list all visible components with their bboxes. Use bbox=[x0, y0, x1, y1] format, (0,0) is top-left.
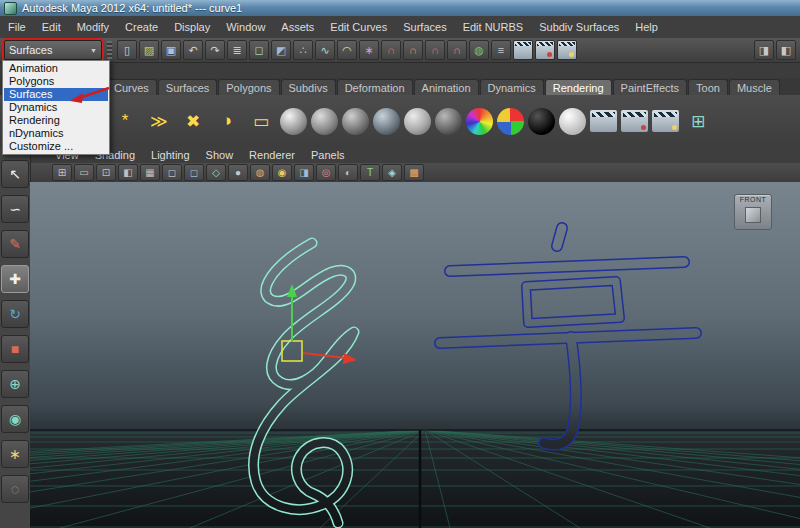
plugin-shelf-icon[interactable]: T bbox=[360, 164, 380, 181]
soft-mod-tool[interactable]: ◉ bbox=[1, 405, 29, 433]
menu-item[interactable]: Surfaces bbox=[395, 16, 454, 38]
phong-material-icon[interactable] bbox=[342, 108, 369, 135]
show-tool-settings-icon[interactable]: ◧ bbox=[776, 40, 796, 60]
area-light-icon[interactable]: ▭ bbox=[246, 106, 276, 136]
safe-title-icon[interactable]: ◻ bbox=[184, 164, 204, 181]
menu-item[interactable]: Edit Curves bbox=[322, 16, 395, 38]
view-axis-gizmo[interactable]: FRONT bbox=[734, 194, 772, 230]
shelf-tab[interactable]: Polygons bbox=[218, 79, 279, 95]
safe-action-icon[interactable]: ◻ bbox=[162, 164, 182, 181]
shelf-tab[interactable]: PaintEffects bbox=[613, 79, 688, 95]
shelf-tab[interactable]: Rendering bbox=[545, 79, 612, 95]
select-by-object-icon[interactable]: ◻ bbox=[249, 40, 269, 60]
snap-to-view-plane-icon[interactable]: ∩ bbox=[447, 40, 467, 60]
render-settings-icon[interactable] bbox=[557, 40, 577, 60]
dropdown-item[interactable]: Surfaces bbox=[4, 88, 108, 101]
show-channel-box-icon[interactable]: ◨ bbox=[754, 40, 774, 60]
shelf-tab[interactable]: Subdivs bbox=[281, 79, 336, 95]
shelf-tab[interactable]: Dynamics bbox=[480, 79, 544, 95]
dropdown-item[interactable]: nDynamics bbox=[4, 127, 108, 140]
snap-to-curve-icon[interactable]: ∩ bbox=[403, 40, 423, 60]
point-light-icon[interactable]: ✖ bbox=[178, 106, 208, 136]
panel-menu-item[interactable]: Show bbox=[199, 149, 241, 161]
snap-to-point-icon[interactable]: ∩ bbox=[425, 40, 445, 60]
menu-item[interactable]: Assets bbox=[273, 16, 322, 38]
dropdown-item[interactable]: Dynamics bbox=[4, 101, 108, 114]
shelf-tab[interactable]: Curves bbox=[106, 79, 157, 95]
wireframe-icon[interactable]: ◇ bbox=[206, 164, 226, 181]
menu-item[interactable]: Help bbox=[627, 16, 666, 38]
gate-mask-icon[interactable]: ◧ bbox=[118, 164, 138, 181]
shelf-tab[interactable]: Muscle bbox=[729, 79, 780, 95]
render-current-frame-icon[interactable] bbox=[513, 40, 533, 60]
menu-set-selector[interactable]: Surfaces ▼ bbox=[4, 40, 102, 60]
hypershade-icon[interactable]: ⊞ bbox=[683, 106, 713, 136]
save-scene-icon[interactable]: ▣ bbox=[161, 40, 181, 60]
depth-of-field-icon[interactable]: ◐ bbox=[338, 164, 358, 181]
menu-item[interactable]: Subdiv Surfaces bbox=[531, 16, 627, 38]
curve-character-xiang[interactable] bbox=[440, 228, 696, 445]
panel-menu-item[interactable]: Lighting bbox=[144, 149, 197, 161]
new-scene-icon[interactable]: ▯ bbox=[117, 40, 137, 60]
dropdown-item[interactable]: Customize ... bbox=[4, 140, 108, 153]
select-tool[interactable]: ↖ bbox=[1, 160, 29, 188]
shelf-tab[interactable]: Deformation bbox=[337, 79, 413, 95]
spot-light-icon[interactable]: * bbox=[110, 106, 140, 136]
field-chart-icon[interactable]: ▦ bbox=[140, 164, 160, 181]
rotate-tool[interactable]: ↻ bbox=[1, 300, 29, 328]
grid-toggle-icon[interactable]: ⊞ bbox=[52, 164, 72, 181]
use-background-icon[interactable] bbox=[559, 108, 586, 135]
surface-shader-icon[interactable] bbox=[528, 108, 555, 135]
menu-item[interactable]: Display bbox=[166, 16, 218, 38]
shelf-tab[interactable]: Animation bbox=[414, 79, 479, 95]
snap-to-grid-icon[interactable]: ∩ bbox=[381, 40, 401, 60]
redo-icon[interactable]: ↷ bbox=[205, 40, 225, 60]
move-tool[interactable]: ✚ bbox=[1, 265, 29, 293]
isolate-select-icon[interactable]: ◎ bbox=[316, 164, 336, 181]
undo-icon[interactable]: ↶ bbox=[183, 40, 203, 60]
texture-view-icon[interactable]: ▩ bbox=[404, 164, 424, 181]
ipr-render-icon[interactable] bbox=[535, 40, 555, 60]
lights-icon[interactable]: ◉ bbox=[272, 164, 292, 181]
panel-menu-item[interactable]: Panels bbox=[304, 149, 352, 161]
mask-points-icon[interactable]: ∴ bbox=[293, 40, 313, 60]
mask-surfaces-icon[interactable]: ◠ bbox=[337, 40, 357, 60]
show-manipulator-tool[interactable]: ∗ bbox=[1, 440, 29, 468]
phonge-material-icon[interactable] bbox=[373, 108, 400, 135]
manipulator-x-arrowhead[interactable] bbox=[343, 353, 357, 364]
ambient-light-icon[interactable]: ◑ bbox=[212, 106, 242, 136]
lasso-select-tool[interactable]: ∽ bbox=[1, 195, 29, 223]
lambert-material-icon[interactable] bbox=[311, 108, 338, 135]
make-live-icon[interactable]: ◍ bbox=[469, 40, 489, 60]
viewport[interactable]: FRONT bbox=[30, 182, 800, 528]
render-settings-shelf-icon[interactable] bbox=[652, 110, 679, 132]
titlebar[interactable]: Autodesk Maya 2012 x64: untitled* --- cu… bbox=[0, 0, 800, 16]
resolution-gate-icon[interactable]: ⊡ bbox=[96, 164, 116, 181]
shading-map-icon[interactable] bbox=[497, 108, 524, 135]
blinn-material-icon[interactable] bbox=[280, 108, 307, 135]
last-tool-used[interactable]: ◌ bbox=[1, 475, 29, 503]
open-scene-icon[interactable]: ▨ bbox=[139, 40, 159, 60]
mask-curves-icon[interactable]: ∿ bbox=[315, 40, 335, 60]
ramp-shader-icon[interactable] bbox=[466, 108, 493, 135]
curve-character-fen[interactable] bbox=[254, 243, 354, 523]
directional-light-icon[interactable]: ≫ bbox=[144, 106, 174, 136]
construction-history-icon[interactable]: ≡ bbox=[491, 40, 511, 60]
shelf-tab[interactable]: Surfaces bbox=[158, 79, 217, 95]
ipr-render-shelf-icon[interactable] bbox=[621, 110, 648, 132]
textured-icon[interactable]: ◍ bbox=[250, 164, 270, 181]
dropdown-item[interactable]: Polygons bbox=[4, 75, 108, 88]
menu-item[interactable]: Edit NURBS bbox=[455, 16, 532, 38]
mask-rendering-icon[interactable]: ∗ bbox=[359, 40, 379, 60]
scale-tool[interactable]: ■ bbox=[1, 335, 29, 363]
anisotropic-material-icon[interactable] bbox=[404, 108, 431, 135]
universal-manipulator-tool[interactable]: ⊕ bbox=[1, 370, 29, 398]
menu-item[interactable]: Edit bbox=[34, 16, 69, 38]
menu-item[interactable]: File bbox=[0, 16, 34, 38]
dropdown-item[interactable]: Rendering bbox=[4, 114, 108, 127]
select-by-component-icon[interactable]: ◩ bbox=[271, 40, 291, 60]
panel-menu-item[interactable]: Renderer bbox=[242, 149, 302, 161]
separator-grip[interactable] bbox=[107, 41, 112, 59]
menu-item[interactable]: Modify bbox=[69, 16, 117, 38]
shelf-tab[interactable]: Toon bbox=[688, 79, 728, 95]
